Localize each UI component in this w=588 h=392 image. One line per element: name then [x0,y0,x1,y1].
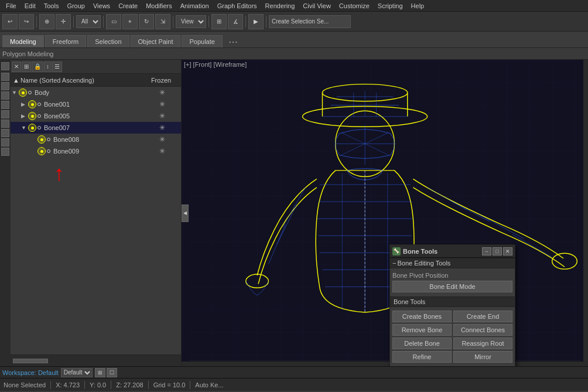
workspace-icon-1[interactable]: ⊞ [95,368,105,377]
sidebar-icon-8[interactable] [1,129,9,137]
pivot-position-label: Bone Pivot Position [392,272,512,279]
list-item-bone009[interactable]: Bone009 ✳ [11,145,181,157]
viewport-collapse-btn[interactable]: ◀ [182,204,189,222]
sidebar-menu-btn[interactable]: ☰ [52,62,62,72]
tab-bar: Modeling Freeform Selection Object Paint… [0,32,588,48]
sidebar-scroll-bar[interactable] [11,354,181,366]
undo-btn[interactable]: ↩ [2,14,18,29]
viewport-h-scrollbar[interactable] [182,362,583,366]
view-dropdown[interactable]: View [176,15,206,28]
y-value: 0.0 [97,381,106,388]
bone007-eye-icon[interactable] [28,124,36,132]
sidebar-icon-3[interactable] [1,82,9,90]
snap-btn[interactable]: ⊞ [211,14,227,29]
tab-more-btn[interactable]: ⋯ [228,36,238,47]
menu-help[interactable]: Help [408,0,428,11]
grid-label: Grid = [153,381,171,388]
move-btn[interactable]: ✛ [56,14,71,29]
bone009-dot [47,149,50,153]
create-selection-input[interactable] [269,15,351,28]
tab-modeling[interactable]: Modeling [2,35,44,47]
dialog-restore-btn[interactable]: □ [493,247,502,255]
angle-snap-btn[interactable]: ∡ [228,14,243,29]
bone005-toggle[interactable]: ▶ [21,113,28,119]
transform-btn[interactable]: ⌖ [122,14,138,29]
redo-btn[interactable]: ↪ [19,14,34,29]
bone-tools-section-header: Bone Tools [390,296,515,307]
connect-bones-btn[interactable]: Connect Bones [453,324,512,336]
sidebar-icon-10[interactable] [1,148,9,156]
delete-bone-btn[interactable]: Delete Bone [392,338,452,349]
dialog-minimize-btn[interactable]: − [482,247,491,255]
bone001-label: Bone001 [42,101,145,108]
menu-scripting[interactable]: Scripting [374,0,406,11]
bone001-toggle[interactable]: ▶ [21,101,28,107]
list-item-bone001[interactable]: ▶ Bone001 ✳ [11,98,181,110]
render-btn[interactable]: ▶ [248,14,264,29]
workspace-dropdown[interactable]: Default [61,368,93,377]
selection-type-dropdown[interactable]: All [76,15,101,28]
create-end-btn[interactable]: Create End [453,311,512,322]
menu-civil-view[interactable]: Civil View [299,0,334,11]
menu-modifiers[interactable]: Modifiers [142,0,176,11]
sidebar-icon-4[interactable] [1,91,9,100]
bone005-eye-icon[interactable] [28,112,36,120]
bone001-eye-icon[interactable] [28,100,36,108]
workspace-icon-2[interactable]: ☐ [107,368,117,377]
sidebar-close-btn[interactable]: ✕ [12,62,21,72]
sidebar-icon-9[interactable] [1,138,9,146]
list-item-bone007[interactable]: ▼ Bone007 ✳ [11,122,181,134]
menu-file[interactable]: File [2,0,20,11]
list-item-bone005[interactable]: ▶ Bone005 ✳ [11,110,181,122]
mirror-btn[interactable]: Mirror [453,351,512,363]
sidebar-icon-7[interactable] [1,120,9,128]
list-items: ▼ Body ✳ ▶ [11,87,181,354]
body-eye-icon[interactable] [19,88,27,97]
sidebar-icon-6[interactable] [1,110,9,118]
tab-selection[interactable]: Selection [87,35,129,47]
sidebar-sort-btn[interactable]: ↕ [44,62,52,72]
reassign-root-btn[interactable]: Reassign Root [453,338,512,349]
sidebar-icon-5[interactable] [1,101,9,109]
select-btn[interactable]: ⊕ [39,14,54,29]
viewport-v-scrollbar[interactable] [583,60,588,366]
bone009-eye-icon[interactable] [37,147,46,155]
tab-object-paint[interactable]: Object Paint [131,35,181,47]
sidebar-icon-1[interactable] [1,62,9,70]
bone007-toggle[interactable]: ▼ [21,125,28,131]
editing-tools-minus[interactable]: − [392,260,396,267]
bone008-eye-icon[interactable] [37,135,46,144]
list-item-body[interactable]: ▼ Body ✳ [11,87,181,98]
sub-toolbar: Polygon Modeling [0,48,588,60]
menu-customize[interactable]: Customize [336,0,373,11]
dialog-close-btn[interactable]: ✕ [503,247,512,255]
collapse-arrow: ◀ [183,210,187,216]
menu-edit[interactable]: Edit [21,0,39,11]
select-region-btn[interactable]: ▭ [106,14,121,29]
bone001-dot [37,103,41,106]
menu-create[interactable]: Create [115,0,141,11]
remove-bone-btn[interactable]: Remove Bone [392,324,452,336]
menu-graph-editors[interactable]: Graph Editors [214,0,261,11]
sidebar-icon-2[interactable] [1,73,9,81]
sidebar-lock-btn[interactable]: 🔒 [32,62,43,72]
list-item-bone008[interactable]: Bone008 ✳ [11,134,181,145]
bone-edit-mode-btn[interactable]: Bone Edit Mode [392,281,512,292]
menu-group[interactable]: Group [63,0,88,11]
rotate-btn[interactable]: ↻ [139,14,154,29]
scale-btn[interactable]: ⇲ [155,14,170,29]
tab-freeform[interactable]: Freeform [45,35,87,47]
menu-animation[interactable]: Animation [177,0,213,11]
refine-btn[interactable]: Refine [392,351,452,363]
create-bones-btn[interactable]: Create Bones [392,311,452,322]
bone-tools-dialog: 🦴 Bone Tools − □ ✕ − Bone Editing Tools … [389,244,515,366]
list-header-name-col[interactable]: ▲ Name (Sorted Ascending) [13,77,143,84]
body-toggle[interactable]: ▼ [12,90,19,96]
toolbar-sep-6 [245,16,246,28]
sidebar-h-scrollbar[interactable] [13,359,48,363]
menu-rendering[interactable]: Rendering [262,0,299,11]
menu-views[interactable]: Views [90,0,114,11]
sidebar-grid-btn[interactable]: ⊞ [22,62,31,72]
tab-populate[interactable]: Populate [182,35,222,47]
menu-tools[interactable]: Tools [40,0,63,11]
